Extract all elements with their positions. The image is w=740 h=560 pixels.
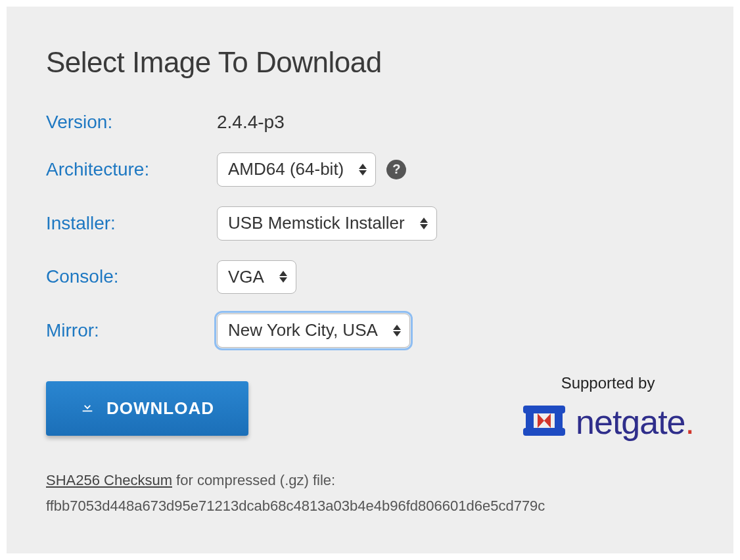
architecture-row: Architecture: AMD64 (64-bit) ? bbox=[46, 152, 694, 187]
bottom-row: DOWNLOAD Supported by netgate. bbox=[46, 374, 694, 442]
download-button[interactable]: DOWNLOAD bbox=[46, 381, 248, 436]
page-title: Select Image To Download bbox=[46, 46, 694, 79]
mirror-label: Mirror: bbox=[46, 320, 217, 341]
installer-label: Installer: bbox=[46, 213, 217, 234]
console-row: Console: VGA bbox=[46, 260, 694, 294]
architecture-select[interactable]: AMD64 (64-bit) bbox=[217, 152, 376, 187]
mirror-select-wrap: New York City, USA bbox=[217, 314, 410, 348]
installer-select-wrap: USB Memstick Installer bbox=[217, 206, 437, 241]
netgate-logo[interactable]: netgate. bbox=[522, 402, 694, 442]
svg-rect-10 bbox=[526, 406, 534, 436]
architecture-select-wrap: AMD64 (64-bit) bbox=[217, 152, 376, 187]
netgate-mark-icon bbox=[522, 402, 567, 442]
console-select-wrap: VGA bbox=[217, 260, 296, 294]
checksum-hash: ffbb7053d448a673d95e71213dcab68c4813a03b… bbox=[46, 494, 694, 517]
help-icon[interactable]: ? bbox=[386, 160, 406, 179]
version-value: 2.4.4-p3 bbox=[217, 112, 285, 133]
installer-row: Installer: USB Memstick Installer bbox=[46, 206, 694, 241]
checksum-suffix: for compressed (.gz) file: bbox=[172, 472, 335, 488]
checksum-block: SHA256 Checksum for compressed (.gz) fil… bbox=[46, 469, 694, 517]
svg-rect-11 bbox=[555, 406, 563, 436]
checksum-link[interactable]: SHA256 Checksum bbox=[46, 472, 172, 488]
mirror-row: Mirror: New York City, USA bbox=[46, 314, 694, 348]
sponsor-block: Supported by netgate. bbox=[522, 374, 694, 442]
console-select[interactable]: VGA bbox=[217, 260, 296, 294]
console-label: Console: bbox=[46, 266, 217, 287]
download-button-label: DOWNLOAD bbox=[106, 398, 214, 419]
netgate-wordmark: netgate. bbox=[576, 402, 694, 442]
download-panel: Select Image To Download Version: 2.4.4-… bbox=[7, 7, 733, 553]
version-row: Version: 2.4.4-p3 bbox=[46, 112, 694, 133]
installer-select[interactable]: USB Memstick Installer bbox=[217, 206, 437, 241]
architecture-label: Architecture: bbox=[46, 159, 217, 180]
version-label: Version: bbox=[46, 112, 217, 133]
supported-by-label: Supported by bbox=[522, 374, 694, 392]
mirror-select[interactable]: New York City, USA bbox=[217, 314, 410, 348]
download-icon bbox=[80, 398, 95, 419]
svg-marker-12 bbox=[538, 413, 551, 428]
